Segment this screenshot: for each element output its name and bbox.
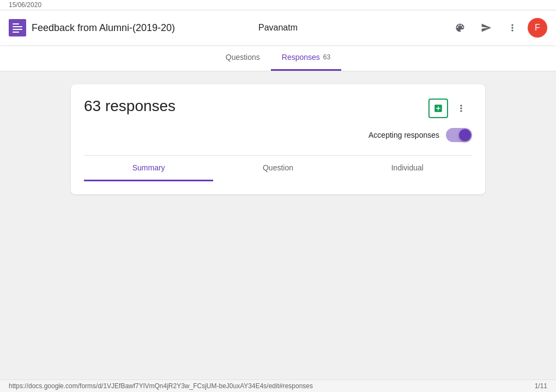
svg-rect-0: [9, 19, 26, 36]
responses-badge: 63: [323, 53, 330, 61]
toggle-thumb: [459, 129, 471, 141]
status-bar: https://docs.google.com/forms/d/1VJEfBaw…: [0, 379, 556, 392]
main-content: 63 responses Accepting responses: [0, 71, 556, 392]
responses-card: 63 responses Accepting responses: [71, 84, 485, 194]
top-bar-left: Feedback from Alumni-(2019-20): [9, 19, 449, 36]
subtab-individual[interactable]: Individual: [343, 156, 472, 181]
form-doc-icon: [9, 19, 26, 36]
url-label: https://docs.google.com/forms/d/1VJEfBaw…: [9, 382, 313, 390]
responses-header: 63 responses: [84, 97, 472, 119]
send-button[interactable]: [475, 17, 497, 39]
accepting-label: Accepting responses: [368, 131, 439, 139]
tab-questions[interactable]: Questions: [215, 45, 271, 71]
palette-icon: [455, 22, 466, 33]
sub-tabs: Summary Question Individual: [84, 155, 472, 181]
accepting-toggle[interactable]: [446, 128, 472, 142]
add-to-sheets-icon: [433, 103, 443, 113]
svg-rect-4: [13, 32, 19, 33]
subtab-question[interactable]: Question: [213, 156, 342, 181]
svg-rect-2: [13, 26, 22, 27]
card-more-vert-icon: [456, 103, 467, 114]
responses-header-actions: [428, 97, 472, 119]
palette-button[interactable]: [449, 17, 471, 39]
avatar[interactable]: F: [528, 18, 547, 38]
svg-rect-1: [13, 23, 19, 24]
tab-bar: Questions Responses 63: [0, 45, 556, 71]
svg-rect-3: [13, 29, 22, 30]
form-title: Feedback from Alumni-(2019-20): [32, 22, 175, 34]
card-more-options-button[interactable]: [450, 97, 472, 119]
more-options-button[interactable]: [501, 17, 523, 39]
add-to-sheets-button[interactable]: [428, 99, 448, 118]
top-bar-center-text: Pavanatm: [258, 23, 298, 33]
responses-count: 63 responses: [84, 97, 176, 115]
date-bar: 15/06/2020: [0, 0, 556, 10]
tab-responses[interactable]: Responses 63: [271, 45, 341, 71]
top-bar-right: F: [449, 17, 547, 39]
date-label: 15/06/2020: [9, 1, 41, 9]
send-icon: [481, 22, 492, 33]
pagination-label: 1/11: [535, 382, 547, 390]
more-vert-icon: [507, 22, 518, 33]
subtab-summary[interactable]: Summary: [84, 156, 213, 181]
accepting-responses-row: Accepting responses: [84, 128, 472, 142]
top-bar: Feedback from Alumni-(2019-20) Pavanatm …: [0, 10, 556, 45]
